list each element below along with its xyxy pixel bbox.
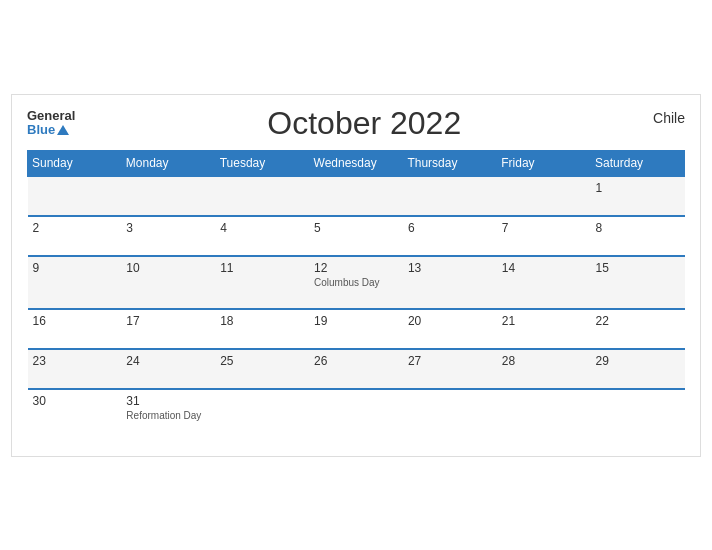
calendar-day-cell: 24 [121, 349, 215, 389]
day-event: Reformation Day [126, 410, 210, 421]
calendar-day-cell: 2 [28, 216, 122, 256]
day-number: 18 [220, 314, 304, 328]
calendar-day-cell: 26 [309, 349, 403, 389]
header-saturday: Saturday [591, 150, 685, 176]
calendar-day-cell: 11 [215, 256, 309, 309]
day-number: 28 [502, 354, 586, 368]
calendar-day-cell: 9 [28, 256, 122, 309]
day-number: 3 [126, 221, 210, 235]
calendar-table: Sunday Monday Tuesday Wednesday Thursday… [27, 150, 685, 441]
calendar-day-cell: 5 [309, 216, 403, 256]
calendar-day-cell: 3 [121, 216, 215, 256]
header-friday: Friday [497, 150, 591, 176]
calendar-week-row: 1 [28, 176, 685, 216]
calendar-day-cell: 22 [591, 309, 685, 349]
day-number: 22 [596, 314, 680, 328]
logo-triangle-icon [57, 125, 69, 135]
calendar-day-cell: 14 [497, 256, 591, 309]
day-number: 17 [126, 314, 210, 328]
calendar-day-cell: 28 [497, 349, 591, 389]
calendar-day-cell: 12Columbus Day [309, 256, 403, 309]
calendar-day-cell [28, 176, 122, 216]
calendar-header: General Blue October 2022 Chile [27, 105, 685, 142]
day-number: 16 [33, 314, 117, 328]
day-number: 20 [408, 314, 492, 328]
calendar-day-cell: 4 [215, 216, 309, 256]
calendar-day-cell: 27 [403, 349, 497, 389]
day-number: 19 [314, 314, 398, 328]
calendar-day-cell [121, 176, 215, 216]
calendar-day-cell: 7 [497, 216, 591, 256]
day-number: 21 [502, 314, 586, 328]
calendar-title: October 2022 [75, 105, 653, 142]
calendar-week-row: 9101112Columbus Day131415 [28, 256, 685, 309]
calendar: General Blue October 2022 Chile Sunday M… [11, 94, 701, 457]
calendar-week-row: 2345678 [28, 216, 685, 256]
country-label: Chile [653, 105, 685, 126]
header-monday: Monday [121, 150, 215, 176]
calendar-day-cell [215, 389, 309, 441]
day-number: 31 [126, 394, 210, 408]
calendar-day-cell [215, 176, 309, 216]
day-number: 26 [314, 354, 398, 368]
day-number: 2 [33, 221, 117, 235]
day-number: 30 [33, 394, 117, 408]
calendar-day-cell: 31Reformation Day [121, 389, 215, 441]
calendar-day-cell: 13 [403, 256, 497, 309]
day-number: 6 [408, 221, 492, 235]
logo-general-text: General [27, 109, 75, 123]
calendar-week-row: 16171819202122 [28, 309, 685, 349]
calendar-day-cell [497, 389, 591, 441]
calendar-day-cell: 30 [28, 389, 122, 441]
day-number: 7 [502, 221, 586, 235]
day-number: 1 [596, 181, 680, 195]
day-number: 10 [126, 261, 210, 275]
day-number: 15 [596, 261, 680, 275]
day-number: 11 [220, 261, 304, 275]
calendar-day-cell [309, 389, 403, 441]
calendar-day-cell: 8 [591, 216, 685, 256]
day-number: 25 [220, 354, 304, 368]
day-number: 14 [502, 261, 586, 275]
calendar-day-cell: 15 [591, 256, 685, 309]
header-tuesday: Tuesday [215, 150, 309, 176]
calendar-day-cell [403, 176, 497, 216]
day-number: 24 [126, 354, 210, 368]
calendar-day-cell: 25 [215, 349, 309, 389]
calendar-day-cell: 16 [28, 309, 122, 349]
calendar-day-cell [497, 176, 591, 216]
day-event: Columbus Day [314, 277, 398, 288]
calendar-day-cell: 20 [403, 309, 497, 349]
calendar-day-cell: 19 [309, 309, 403, 349]
calendar-day-cell: 10 [121, 256, 215, 309]
calendar-week-row: 3031Reformation Day [28, 389, 685, 441]
header-thursday: Thursday [403, 150, 497, 176]
calendar-day-cell: 6 [403, 216, 497, 256]
calendar-day-cell [309, 176, 403, 216]
calendar-day-cell: 29 [591, 349, 685, 389]
day-number: 29 [596, 354, 680, 368]
calendar-day-cell [403, 389, 497, 441]
calendar-day-cell: 1 [591, 176, 685, 216]
day-number: 13 [408, 261, 492, 275]
day-number: 4 [220, 221, 304, 235]
logo: General Blue [27, 109, 75, 138]
weekday-header-row: Sunday Monday Tuesday Wednesday Thursday… [28, 150, 685, 176]
calendar-day-cell: 23 [28, 349, 122, 389]
day-number: 12 [314, 261, 398, 275]
logo-blue-text: Blue [27, 123, 55, 137]
day-number: 8 [596, 221, 680, 235]
day-number: 27 [408, 354, 492, 368]
day-number: 23 [33, 354, 117, 368]
day-number: 5 [314, 221, 398, 235]
calendar-week-row: 23242526272829 [28, 349, 685, 389]
calendar-day-cell: 17 [121, 309, 215, 349]
day-number: 9 [33, 261, 117, 275]
calendar-day-cell: 18 [215, 309, 309, 349]
header-wednesday: Wednesday [309, 150, 403, 176]
calendar-day-cell [591, 389, 685, 441]
calendar-day-cell: 21 [497, 309, 591, 349]
header-sunday: Sunday [28, 150, 122, 176]
